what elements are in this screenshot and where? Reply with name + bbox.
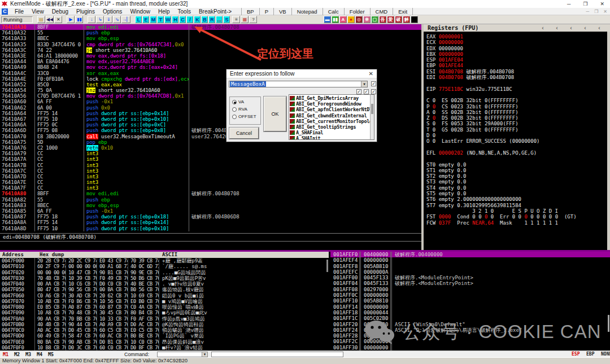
register-row[interactable] [426, 80, 610, 86]
hexdump-row[interactable]: 0047F01060 2F C9 7400 00 00 0000 A1 6B 7… [0, 264, 329, 269]
menu-item-view[interactable]: View [28, 8, 48, 15]
symbol-list-item[interactable]: ABI_Get_apfnClientWorkerNtDll [289, 107, 374, 112]
command-input[interactable]: ▼ [157, 352, 208, 357]
hexdump-row[interactable]: 0047F00020 2B C9 7420 2C C9 74E0 43 C9 7… [0, 258, 329, 264]
register-row[interactable] [426, 156, 610, 161]
hexdump-row[interactable]: 0047F0A090 AA CB 7670 BB CB 7610 33 CB 7… [0, 316, 329, 322]
disasm-row[interactable]: 76410A7CCCint3 [0, 168, 421, 174]
symbol-list-item[interactable]: ABI_Get_ForegroundWindow [289, 101, 374, 107]
register-row[interactable]: O 0 LastErr ERROR_SUCCESS (00000000) [426, 138, 610, 144]
register-row[interactable]: C 0 ES 002B 32bit 0(FFFFFFFF) [426, 98, 610, 103]
menu-button-notepad[interactable]: Notepad [291, 8, 323, 15]
hexdump-row[interactable]: 0047F0E0B0 BA CB 7690 AB CB 76D0 B1 CB 7… [0, 339, 329, 345]
register-row[interactable]: EDX 00000000 [426, 46, 610, 51]
hexdump-row[interactable]: 0047F0C0A0 AC CB 76D0 45 CB 7660 C5 CB 7… [0, 327, 329, 333]
menu-item-breakpoint[interactable]: BreakPoint-> [195, 8, 236, 15]
register-row[interactable]: P 0 CS 0023 32bit 0(FFFFFFFF) [426, 104, 610, 109]
menu-item-plugins[interactable]: Plugins [72, 8, 99, 15]
memory-tab-m2[interactable]: M2 [14, 352, 20, 357]
radio-offset[interactable]: OFFSET [232, 114, 260, 119]
symbol-list-item[interactable]: A_SHAFinal [289, 130, 374, 135]
disasm-row[interactable]: 76410A856A FFpush -0x1 [0, 208, 421, 214]
register-row[interactable]: EBP 001AFE44 [426, 63, 610, 68]
trace-into-icon[interactable]: ⇓ [104, 16, 112, 23]
menu-button-folder[interactable]: Folder [344, 8, 370, 15]
register-row[interactable]: 3 2 1 0 E S P U O Z D I [426, 208, 610, 214]
menu-button-bp[interactable]: BP [241, 8, 259, 15]
symbol-list-scrollbar[interactable] [370, 95, 374, 139]
menu-item-options[interactable]: Options [99, 8, 126, 15]
menu-button-exit[interactable]: Exit [393, 8, 413, 15]
view-button-w[interactable]: W [164, 16, 171, 23]
disasm-row[interactable]: 76410A79CCint3 [0, 151, 421, 156]
menu-item-file[interactable]: File [11, 8, 28, 15]
collapse-icon[interactable]: ‹ [555, 24, 559, 32]
menu-button-vb[interactable]: VB [273, 8, 291, 15]
stack-row[interactable]: 001AFEFC0000000A [330, 269, 610, 275]
disasm-row[interactable]: 76410A7DCCint3 [0, 174, 421, 179]
blue-plugin-icon[interactable]: ▬ [324, 16, 331, 23]
disasm-row[interactable]: 76410A7ECCint3 [0, 179, 421, 185]
chevron-down-icon[interactable]: ▼ [202, 352, 207, 357]
restart-icon[interactable]: ◀◀ [46, 16, 54, 23]
menu-item-tools[interactable]: Tools [174, 8, 195, 15]
open-file-icon[interactable]: ▤ [37, 16, 45, 23]
register-row[interactable]: ST7 empty 0.3010299956639811584 [426, 203, 610, 208]
stack-row[interactable]: 001AFF0800297000 [330, 287, 610, 292]
hexdump-row[interactable]: 0047F09010 A8 CB 7670 48 CB 7630 45 CB 7… [0, 310, 329, 315]
register-row[interactable]: ST4 empty 0.0 [426, 185, 610, 191]
view-button-l[interactable]: L [135, 16, 142, 23]
symbol-list-item[interactable]: ABI_Get_tooltipStrings [289, 124, 374, 130]
dialog-close-icon[interactable]: ✕ [369, 71, 373, 77]
memory-tab-m4[interactable]: M4 [37, 352, 42, 357]
hexdump-row[interactable]: 0047F03070 4B CB 7610 39 CB 76F0 49 CB 7… [0, 275, 329, 281]
stack-row[interactable]: 001AFF1800000044 [330, 310, 610, 315]
stack-row[interactable]: 001AFF000045F133破解程序.<ModuleEntryPoint> [330, 275, 610, 280]
stack-scrollbar[interactable] [608, 315, 609, 332]
disasm-row[interactable]: 76410A8255push ebp [0, 197, 421, 203]
stack-row[interactable]: 001AFF1400000000 [330, 304, 610, 310]
close-icon[interactable]: ✕ [600, 0, 604, 8]
menu-item-debug[interactable]: Debug [48, 8, 72, 15]
memory-tab-m1[interactable]: M1 [3, 352, 8, 357]
register-row[interactable]: EBX 00000000 [426, 51, 610, 57]
register-row[interactable]: FCW 037F Prec NEAR,64 Mask 1 1 1 1 1 1 [426, 220, 610, 226]
memory-tab-m3[interactable]: M3 [25, 352, 31, 357]
minimize-icon[interactable]: ─ [567, 0, 570, 8]
view-button-t[interactable]: T [157, 16, 164, 23]
close-debuggee-icon[interactable]: ✕ [54, 16, 62, 23]
register-row[interactable]: T 0 GS 002B 32bit 0(FFFFFFFF) [426, 127, 610, 133]
register-row[interactable]: ST0 empty 0.0 [426, 162, 610, 168]
register-row[interactable]: FST 0000 Cond 0 0 0 0 Err 0 0 0 0 0 0 0 … [426, 214, 610, 220]
hexdump-row[interactable]: 0047F0D060 49 CB 7658 47 CB 7660 AC CB 7… [0, 333, 329, 339]
register-row[interactable]: ST6 empty 2.0000000000000000000 [426, 196, 610, 202]
disasm-row[interactable]: 76410A808BFFmov edi,edi破解程序.004B0708 [0, 191, 421, 196]
register-row[interactable]: ECX 00000000 [426, 40, 610, 45]
collapse-icon[interactable]: ‹ [569, 24, 573, 32]
ok-button[interactable]: OK [264, 97, 286, 131]
menu-item-help[interactable]: Help [154, 8, 174, 15]
maximize-icon[interactable]: ❐ [583, 0, 587, 8]
stack-row[interactable]: 001AFF3000000000 [330, 345, 610, 350]
symbol-list-item[interactable]: ABI_Get_DpiMetricsArray [289, 95, 374, 101]
indicator-none[interactable]: NONE [601, 352, 610, 357]
hex-dump-scrollbar[interactable] [326, 260, 328, 272]
flower-plugin-icon[interactable]: ✽ [363, 16, 371, 23]
stack-row[interactable]: 001AFEF400000000 [330, 257, 610, 263]
mdi-restore-icon[interactable]: ❐ [594, 9, 598, 14]
menu-button-cmd[interactable]: CMD [370, 8, 393, 15]
stack-row[interactable]: 001AFEF000400000破解程序.00400000 [330, 252, 610, 257]
po-plugin-icon[interactable]: 破 [395, 16, 402, 23]
indicator-esp[interactable]: ESP [572, 352, 580, 357]
register-row[interactable]: ST1 empty 0.0 [426, 168, 610, 173]
register-row[interactable] [426, 92, 610, 98]
wu-plugin-icon[interactable]: 吾 [379, 16, 386, 23]
step-over-icon[interactable]: ↳ [96, 16, 104, 23]
mdi-close-icon[interactable]: ✕ [603, 9, 607, 14]
hexdump-row[interactable]: 0047F0B040 4B CB 7690 44 CB 76A0 A9 CB 7… [0, 322, 329, 327]
cpu-window-icon[interactable]: C [2, 8, 8, 15]
register-row[interactable]: ST2 empty 0.0 [426, 173, 610, 179]
register-row[interactable] [426, 144, 610, 150]
register-row[interactable]: A 0 SS 002B 32bit 0(FFFFFFFF) [426, 109, 610, 115]
run-icon[interactable]: ▶ [67, 16, 75, 23]
